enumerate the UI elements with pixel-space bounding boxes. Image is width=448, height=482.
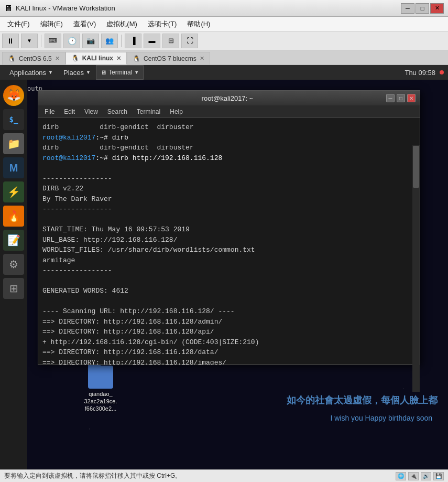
kali-top-panel: Applications ▼ Places ▼ 🖥 Terminal ▼ Thu…: [0, 65, 448, 80]
terminal-line-4: root@kali2017:~# dirb http://192.168.116…: [42, 153, 416, 164]
sidebar-settings[interactable]: ⚙: [3, 254, 24, 275]
vmware-menubar: 文件(F) 编辑(E) 查看(V) 虚拟机(M) 选项卡(T) 帮助(H): [0, 17, 448, 31]
vmware-statusbar: 要将输入定向到该虚拟机，请将鼠标指针移入其中或按 Ctrl+G。 🌐 🔌 🔊 💾: [0, 469, 448, 482]
toolbar-separator-2: [121, 35, 122, 47]
vmware-tab-bar: 🐧 CentOS 6.5 ✕ 🐧 KALI linux ✕ 🐧 CentOS 7…: [0, 50, 448, 65]
terminal-menu-help[interactable]: Help: [166, 108, 187, 115]
terminal-line-21: ==> DIRECTORY: http://192.168.116.128/ap…: [42, 327, 416, 337]
tab-centos7-icon: 🐧: [133, 55, 140, 62]
menu-vm[interactable]: 虚拟机(M): [101, 18, 143, 30]
terminal-content[interactable]: dirb dirb-gendict dirbuster root@kali201…: [38, 118, 420, 365]
tab-kali[interactable]: 🐧 KALI linux ✕: [65, 52, 127, 65]
folder-label-line3: f66c300e2...: [80, 405, 122, 412]
terminal-menu-edit[interactable]: Edit: [60, 108, 79, 115]
view2-button[interactable]: ▬: [144, 34, 160, 48]
tab-centos7[interactable]: 🐧 CentOS 7 bluecms ✕: [127, 52, 210, 65]
desktop-folder[interactable]: qiandao_ 32ac2a19ce. f66c300e2...: [80, 365, 122, 412]
window-controls: ─ □ ✕: [401, 3, 444, 14]
burp-icon: 🔥: [7, 210, 20, 222]
birthday-text: I wish you Happy birthday soon: [330, 414, 432, 422]
terminal-close-button[interactable]: ✕: [407, 94, 416, 102]
terminal-line-12: URL_BASE: http://192.168.116.128/: [42, 235, 416, 245]
status-message: 要将输入定向到该虚拟机，请将鼠标指针移入其中或按 Ctrl+G。: [4, 472, 181, 480]
pause-button[interactable]: ⏸: [2, 34, 19, 48]
sidebar-grid[interactable]: ⊞: [3, 278, 24, 299]
tab-centos7-close[interactable]: ✕: [200, 55, 204, 62]
menu-tab[interactable]: 选项卡(T): [143, 18, 182, 30]
menu-edit[interactable]: 编辑(E): [35, 18, 68, 30]
terminal-menu-terminal[interactable]: Terminal: [133, 108, 165, 115]
terminal-icon: $_: [9, 115, 18, 124]
terminal-body: dirb dirb-gendict dirbuster root@kali201…: [38, 118, 420, 365]
menu-help[interactable]: 帮助(H): [182, 18, 215, 30]
network-status-icon: 🌐: [396, 472, 406, 480]
folder-graphic: [88, 366, 113, 389]
applications-label: Applications: [9, 69, 46, 77]
status-icons: 🌐 🔌 🔊 💾: [396, 472, 444, 480]
folder-label-line1: qiandao_: [80, 391, 122, 397]
terminal-line-17: GENERATED WORDS: 4612: [42, 286, 416, 296]
chinese-overlay-text: 如今的社會太過虛假，每個人臉上都: [287, 394, 438, 406]
terminal-line-18: [42, 296, 416, 307]
view3-button[interactable]: ⊟: [162, 34, 179, 48]
dropdown-button[interactable]: ▼: [21, 34, 38, 48]
close-button[interactable]: ✕: [430, 3, 444, 14]
panel-right: Thu 09:58: [405, 69, 444, 77]
snapshot-button[interactable]: 📷: [82, 34, 99, 48]
applications-menu[interactable]: Applications ▼: [4, 65, 58, 80]
terminal-panel-label: Terminal: [108, 69, 132, 76]
terminal-scrollbar-thumb[interactable]: [413, 146, 419, 188]
firefox-icon: 🦊: [7, 89, 21, 102]
places-arrow: ▼: [86, 70, 91, 75]
minimize-button[interactable]: ─: [401, 3, 414, 14]
sidebar-files[interactable]: 📁: [3, 133, 24, 154]
terminal-window[interactable]: root@kali2017: ~ ─ □ ✕ File Edit View Se…: [38, 90, 420, 365]
maximize-button[interactable]: □: [416, 3, 429, 14]
tab-centos65-close[interactable]: ✕: [55, 55, 60, 62]
terminal-title: root@kali2017: ~: [69, 94, 386, 102]
terminal-panel-item[interactable]: 🖥 Terminal ▼: [96, 65, 144, 80]
menu-file[interactable]: 文件(F): [2, 18, 35, 30]
terminal-line-24: ==> DIRECTORY: http://192.168.116.128/im…: [42, 358, 416, 365]
kali-desktop-area: outp PNG JPG acg.jpg RAR acg.rar qiandao…: [27, 80, 448, 469]
settings-icon: ⚙: [9, 258, 18, 271]
vmware-titlebar: 🖥 KALI linux - VMware Workstation ─ □ ✕: [0, 0, 448, 17]
terminal-line-6: -----------------: [42, 174, 416, 184]
terminal-line-9: -----------------: [42, 204, 416, 215]
terminal-minimize-button[interactable]: ─: [386, 94, 395, 102]
vm-display[interactable]: Applications ▼ Places ▼ 🖥 Terminal ▼ Thu…: [0, 65, 448, 469]
terminal-panel-icon: 🖥: [101, 69, 106, 76]
folder-label-line2: 32ac2a19ce.: [80, 398, 122, 404]
share-button[interactable]: 👥: [101, 34, 118, 48]
tab-centos65-icon: 🐧: [8, 55, 16, 62]
tab-kali-label: KALI linux: [82, 55, 113, 62]
metasploit-icon: M: [9, 162, 18, 174]
files-icon: 📁: [7, 137, 20, 150]
notes-icon: 📝: [7, 234, 20, 247]
terminal-menu-search[interactable]: Search: [103, 108, 132, 115]
terminal-scrollbar[interactable]: [412, 145, 420, 392]
terminal-line-5: [42, 163, 416, 174]
terminal-line-22: + http://192.168.116.128/cgi-bin/ (CODE:…: [42, 337, 416, 348]
menu-view[interactable]: 查看(V): [68, 18, 101, 30]
clock-button[interactable]: 🕐: [63, 34, 80, 48]
terminal-menu-view[interactable]: View: [80, 108, 102, 115]
usb-status-icon: 🔌: [408, 472, 419, 480]
sidebar-armitage[interactable]: ⚡: [3, 181, 24, 202]
sidebar-metasploit[interactable]: M: [3, 157, 24, 178]
tab-kali-close[interactable]: ✕: [116, 55, 121, 62]
terminal-line-10: [42, 215, 416, 225]
terminal-menu-file[interactable]: File: [40, 108, 59, 115]
sidebar-burp[interactable]: 🔥: [3, 206, 24, 227]
terminal-maximize-button[interactable]: □: [397, 94, 405, 102]
tab-centos65[interactable]: 🐧 CentOS 6.5 ✕: [2, 52, 65, 65]
view-button[interactable]: ▐: [125, 34, 141, 48]
sidebar-notes[interactable]: 📝: [3, 230, 24, 251]
fullscreen-button[interactable]: ⛶: [181, 34, 198, 48]
terminal-line-16: [42, 276, 416, 286]
send-ctrl-alt-del-button[interactable]: ⌨: [45, 34, 61, 48]
folder-icon: [88, 365, 113, 390]
sidebar-firefox[interactable]: 🦊: [3, 85, 24, 106]
places-menu[interactable]: Places ▼: [58, 65, 96, 80]
sidebar-terminal[interactable]: $_: [3, 109, 24, 130]
